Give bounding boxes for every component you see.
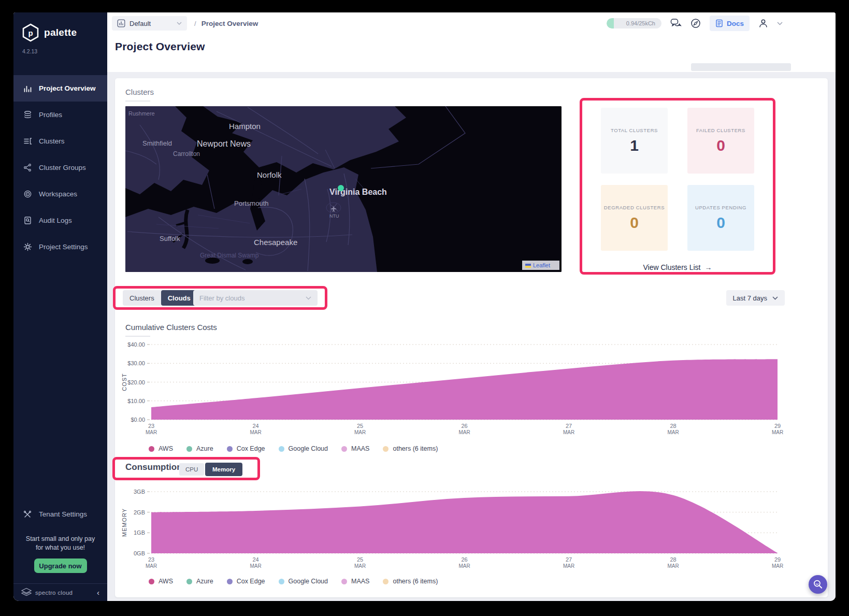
arrow-right-icon: →: [705, 263, 712, 271]
cost-chart-title: Cumulative Clusters Costs: [115, 309, 828, 332]
legend-label: Azure: [196, 445, 213, 452]
legend-item[interactable]: AWS: [149, 578, 173, 585]
sidebar-footer: spectro cloud ‹: [13, 583, 107, 601]
sidebar-item-tenant-settings[interactable]: Tenant Settings: [13, 501, 107, 527]
list-icon: [23, 137, 32, 146]
svg-text:27: 27: [566, 423, 572, 429]
svg-text:COST: COST: [121, 373, 127, 391]
legend-label: MAAS: [351, 445, 369, 452]
toggle-cpu-button[interactable]: CPU: [179, 463, 204, 476]
legend-item[interactable]: AWS: [149, 445, 173, 452]
search-fab[interactable]: [809, 575, 827, 594]
page-header: Project Overview: [107, 34, 836, 72]
svg-text:24: 24: [252, 556, 258, 563]
tab-clusters[interactable]: Clusters: [123, 290, 161, 306]
sidebar-item-cluster-groups[interactable]: Cluster Groups: [13, 154, 107, 181]
spectro-cloud-label: spectro cloud: [35, 590, 73, 596]
app-window: p palette 4.2.13 Project Overview Profil…: [13, 12, 836, 601]
compass-icon: [690, 18, 701, 28]
docs-label: Docs: [727, 20, 744, 27]
project-selector-dropdown[interactable]: Default: [112, 16, 187, 31]
svg-text:29: 29: [774, 423, 781, 429]
sidebar-item-workspaces[interactable]: Workspaces: [13, 181, 107, 207]
svg-text:Norfolk: Norfolk: [257, 170, 282, 179]
sidebar-item-project-settings[interactable]: Project Settings: [13, 234, 107, 260]
legend-item[interactable]: Azure: [186, 445, 213, 452]
stat-value: 1: [630, 137, 639, 154]
sidebar-item-audit-logs[interactable]: Audit Logs: [13, 207, 107, 234]
svg-text:24: 24: [252, 423, 258, 429]
legend-item[interactable]: Google Cloud: [279, 578, 328, 585]
upgrade-now-button[interactable]: Upgrade now: [34, 558, 87, 573]
svg-text:3GB: 3GB: [134, 489, 145, 495]
svg-text:p: p: [28, 28, 33, 37]
legend-dot-icon: [227, 579, 233, 584]
stat-degraded-clusters: DEGRADED CLUSTERS 0: [601, 185, 668, 251]
sidebar-item-project-overview[interactable]: Project Overview: [13, 75, 107, 102]
svg-text:25: 25: [357, 556, 363, 563]
stat-value: 0: [716, 214, 725, 232]
memory-chart-legend: AWSAzureCox EdgeGoogle CloudMAASothers (…: [149, 577, 828, 585]
view-clusters-list-link[interactable]: View Clusters List→: [582, 263, 773, 271]
legend-label: Google Cloud: [289, 445, 328, 452]
usage-progress-fill: [607, 18, 614, 28]
date-range-select[interactable]: Last 7 days: [726, 290, 785, 306]
stat-label: DEGRADED CLUSTERS: [604, 205, 665, 210]
legend-item[interactable]: others (6 items): [383, 445, 438, 452]
legend-item[interactable]: Google Cloud: [279, 445, 328, 452]
explore-button[interactable]: [690, 18, 701, 28]
svg-text:MAR: MAR: [354, 563, 366, 569]
clusters-map[interactable]: RushmereHamptonSmithfieldNewport NewsCar…: [125, 106, 562, 272]
chat-bubbles-icon: [670, 18, 682, 28]
svg-text:MAR: MAR: [146, 429, 157, 435]
breadcrumb: Project Overview: [202, 20, 258, 27]
chevron-down-icon[interactable]: [777, 22, 783, 25]
svg-text:Smithfield: Smithfield: [142, 139, 172, 147]
docs-button[interactable]: Docs: [710, 16, 750, 31]
legend-item[interactable]: others (6 items): [383, 578, 438, 585]
sidebar-item-clusters[interactable]: Clusters: [13, 128, 107, 154]
collapse-sidebar-icon[interactable]: ‹: [97, 588, 99, 597]
sidebar-item-label: Project Overview: [39, 84, 96, 92]
svg-text:Great Dismal Swamp: Great Dismal Swamp: [200, 252, 259, 259]
legend-dot-icon: [341, 446, 347, 452]
svg-text:MAR: MAR: [667, 429, 679, 435]
legend-label: MAAS: [351, 578, 369, 585]
svg-text:29: 29: [774, 556, 781, 563]
svg-text:$0.00: $0.00: [131, 417, 145, 423]
legend-dot-icon: [383, 446, 388, 452]
sidebar-spacer: [13, 260, 107, 501]
app-version: 4.2.13: [22, 48, 107, 54]
sidebar-item-profiles[interactable]: Profiles: [13, 102, 107, 128]
chat-button[interactable]: [670, 18, 682, 28]
svg-text:Rushmere: Rushmere: [128, 110, 155, 117]
brand: p palette: [22, 23, 107, 42]
legend-item[interactable]: Cox Edge: [227, 445, 265, 452]
legend-item[interactable]: Azure: [186, 578, 213, 585]
map-canvas: RushmereHamptonSmithfieldNewport NewsCar…: [125, 106, 562, 272]
legend-item[interactable]: MAAS: [341, 445, 369, 452]
toggle-memory-button[interactable]: Memory: [205, 463, 242, 476]
svg-text:Chesapeake: Chesapeake: [254, 238, 297, 247]
legend-item[interactable]: Cox Edge: [227, 578, 265, 585]
svg-text:Portsmouth: Portsmouth: [234, 199, 268, 207]
svg-text:MAR: MAR: [250, 563, 261, 569]
docs-icon: [715, 19, 723, 27]
consumption-title: Consumption: [125, 462, 182, 472]
svg-text:MAR: MAR: [772, 429, 783, 435]
tab-clouds[interactable]: Clouds: [161, 290, 197, 306]
sidebar-nav: Project Overview Profiles Clusters Clust…: [13, 75, 107, 260]
overview-card: Clusters: [115, 78, 828, 597]
legend-dot-icon: [383, 579, 388, 584]
legend-item[interactable]: MAAS: [341, 578, 369, 585]
filter-by-clouds-select[interactable]: Filter by clouds: [193, 290, 318, 306]
user-menu[interactable]: [758, 19, 768, 28]
upgrade-promo-text: Start small and only pay for what you us…: [13, 535, 107, 552]
svg-text:Newport News: Newport News: [197, 139, 251, 148]
sidebar-item-label: Tenant Settings: [39, 510, 87, 518]
sidebar-item-label: Profiles: [39, 111, 62, 119]
promo-line-1: Start small and only pay: [13, 535, 107, 543]
target-icon: [23, 190, 32, 198]
legend-dot-icon: [149, 579, 154, 584]
bar-chart-icon: [23, 84, 32, 93]
